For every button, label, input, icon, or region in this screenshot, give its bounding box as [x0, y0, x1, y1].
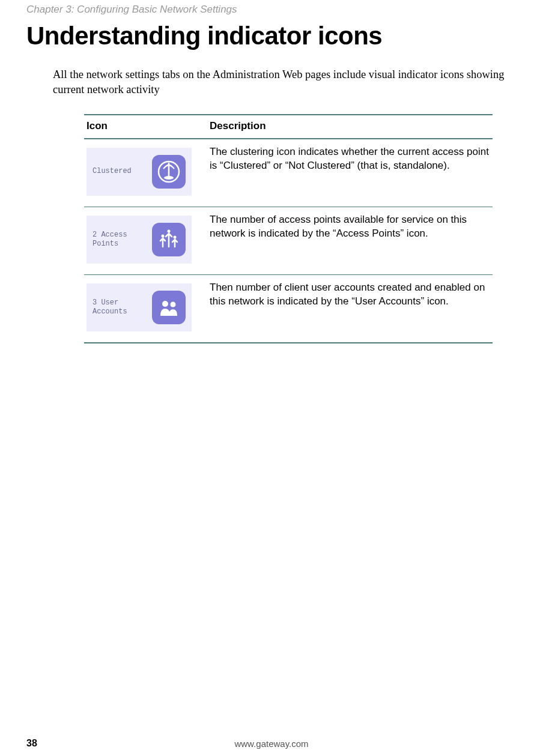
svg-point-1 [164, 176, 174, 180]
icon-label: 2 Access Points [93, 231, 146, 249]
icon-cell: 2 Access Points [84, 207, 207, 274]
table-row: 2 Access Points [84, 207, 493, 274]
access-points-card: 2 Access Points [86, 216, 192, 264]
footer-url: www.gateway.com [234, 739, 308, 749]
access-points-icon [152, 223, 186, 256]
table-row: 3 User Accounts [84, 274, 493, 343]
page: Chapter 3: Configuring Basic Network Set… [0, 0, 543, 756]
col-header-description: Description [207, 115, 493, 139]
table-header-row: Icon Description [84, 115, 493, 139]
icon-description-table: Icon Description Clustered [84, 114, 493, 343]
svg-point-5 [162, 301, 168, 307]
page-footer: 38 www.gateway.com [0, 738, 543, 749]
svg-point-3 [168, 229, 171, 232]
description-cell: Then number of client user accounts crea… [207, 274, 493, 343]
user-accounts-icon [152, 291, 186, 324]
clustered-icon [152, 155, 186, 189]
intro-paragraph: All the network settings tabs on the Adm… [53, 67, 517, 97]
page-title: Understanding indicator icons [26, 22, 517, 50]
icon-label: 3 User Accounts [93, 298, 146, 316]
description-cell: The number of access points available fo… [207, 207, 493, 274]
icon-label: Clustered [93, 167, 146, 176]
page-number: 38 [26, 738, 37, 749]
description-cell: The clustering icon indicates whether th… [207, 139, 493, 207]
col-header-icon: Icon [84, 115, 207, 139]
svg-point-2 [162, 234, 165, 237]
svg-point-6 [171, 301, 176, 307]
clustered-card: Clustered [86, 148, 192, 196]
chapter-running-head: Chapter 3: Configuring Basic Network Set… [26, 0, 517, 16]
svg-point-4 [174, 235, 177, 238]
user-accounts-card: 3 User Accounts [86, 283, 192, 331]
table-row: Clustered The clustering icon i [84, 139, 493, 207]
icon-cell: Clustered [84, 139, 207, 207]
icon-cell: 3 User Accounts [84, 274, 207, 343]
